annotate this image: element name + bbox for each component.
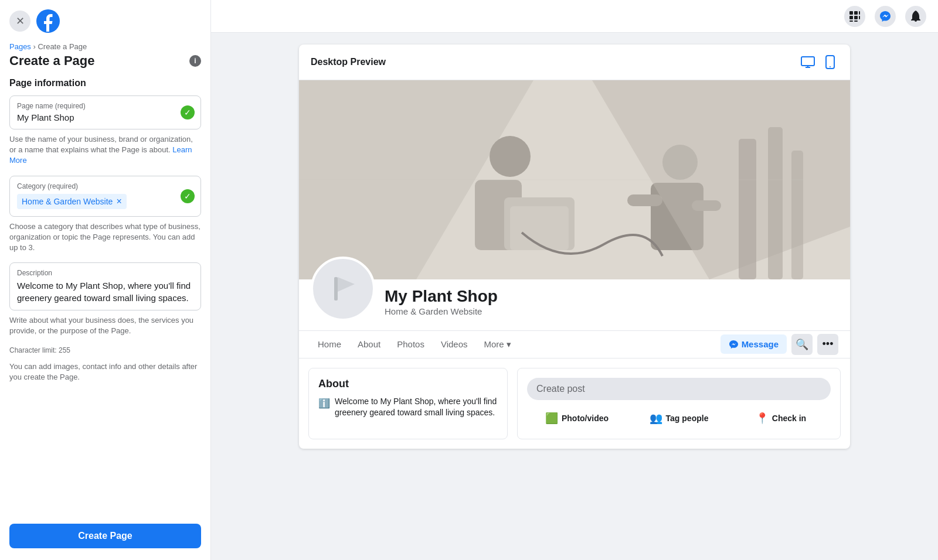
mobile-icon[interactable] [822, 54, 838, 70]
page-name-label: Page name (required) [17, 102, 193, 110]
description-helper: Write about what your business does, the… [9, 315, 201, 336]
breadcrumb-parent-link[interactable]: Pages [9, 42, 31, 51]
about-description: Welcome to My Plant Shop, where you'll f… [335, 396, 498, 419]
cover-illustration [299, 80, 850, 279]
category-label: Category (required) [17, 182, 193, 190]
breadcrumb-current: Create a Page [38, 42, 87, 51]
more-options-button[interactable]: ••• [817, 334, 838, 355]
svg-rect-8 [854, 21, 858, 22]
grid-icon[interactable] [844, 6, 865, 27]
nav-left: Home About Photos Videos More ▾ [311, 331, 518, 358]
svg-point-11 [830, 66, 831, 67]
page-name-input[interactable] [17, 112, 176, 122]
description-group: Description Welcome to My Plant Shop, wh… [9, 262, 201, 310]
category-group: Category (required) Home & Garden Websit… [9, 176, 201, 217]
tag-people-icon: 👥 [650, 412, 662, 425]
page-avatar [311, 257, 375, 321]
right-panel: Desktop Preview [211, 0, 938, 560]
svg-rect-24 [739, 139, 756, 279]
about-card: About ℹ️ Welcome to My Plant Shop, where… [308, 368, 508, 439]
svg-rect-5 [854, 16, 858, 19]
svg-rect-7 [849, 21, 853, 22]
form-content: Page information Page name (required) ✓ … [0, 78, 210, 524]
svg-rect-18 [510, 206, 569, 250]
svg-marker-29 [338, 277, 355, 292]
char-limit: Character limit: 255 [9, 346, 201, 354]
description-text[interactable]: Welcome to My Plant Shop, where you'll f… [17, 279, 193, 304]
svg-point-15 [490, 136, 531, 177]
svg-rect-4 [849, 16, 853, 19]
post-actions: 🟩 Photo/video 👥 Tag people 📍 Check in [527, 407, 831, 429]
check-in-button[interactable]: 📍 Check in [731, 407, 831, 429]
page-name-check-icon: ✓ [181, 105, 195, 119]
svg-rect-6 [859, 16, 860, 19]
svg-rect-9 [801, 57, 814, 66]
nav-item-photos[interactable]: Photos [390, 331, 431, 358]
preview-card: Desktop Preview [299, 45, 850, 449]
search-button[interactable]: 🔍 [791, 334, 813, 355]
page-nav: Home About Photos Videos More ▾ Message … [299, 331, 850, 358]
description-label: Description [17, 269, 193, 277]
tag-people-button[interactable]: 👥 Tag people [629, 407, 729, 429]
preview-title: Desktop Preview [311, 57, 386, 67]
nav-item-videos[interactable]: Videos [434, 331, 475, 358]
page-name-section: My Plant Shop Home & Garden Website [385, 279, 838, 321]
photo-video-icon: 🟩 [545, 412, 558, 425]
avatar-flag-icon [325, 271, 361, 306]
left-header: ✕ [0, 0, 210, 33]
page-body: About ℹ️ Welcome to My Plant Shop, where… [299, 358, 850, 449]
create-page-button[interactable]: Create Page [9, 524, 201, 548]
info-icon[interactable]: i [189, 55, 201, 67]
category-remove-icon[interactable]: × [116, 196, 121, 207]
messenger-small-icon [729, 340, 738, 349]
cover-image [299, 80, 850, 279]
create-post-button[interactable]: Create post [527, 378, 831, 400]
top-bar [211, 0, 938, 33]
preview-page-name: My Plant Shop [385, 286, 838, 306]
extra-info: You can add images, contact info and oth… [9, 361, 201, 383]
svg-rect-28 [334, 277, 338, 301]
page-info-section: My Plant Shop Home & Garden Website [299, 279, 850, 331]
svg-rect-25 [768, 127, 783, 279]
notification-bell-icon[interactable] [905, 6, 926, 27]
about-section-title: About [318, 378, 498, 390]
check-in-icon: 📍 [756, 412, 769, 425]
messenger-icon[interactable] [875, 6, 896, 27]
svg-rect-21 [627, 194, 662, 206]
preview-page-category: Home & Garden Website [385, 306, 838, 316]
breadcrumb: Pages › Create a Page [0, 33, 210, 51]
about-info-icon: ℹ️ [318, 397, 330, 410]
photo-video-button[interactable]: 🟩 Photo/video [527, 407, 627, 429]
nav-item-home[interactable]: Home [311, 331, 348, 358]
device-icons [800, 54, 838, 70]
page-name-helper: Use the name of your business, brand or … [9, 134, 201, 166]
close-button[interactable]: ✕ [9, 11, 30, 32]
page-name-group: Page name (required) ✓ [9, 95, 201, 129]
about-content: ℹ️ Welcome to My Plant Shop, where you'l… [318, 396, 498, 419]
category-tag: Home & Garden Website × [17, 194, 127, 209]
category-helper: Choose a category that describes what ty… [9, 221, 201, 254]
category-check-icon: ✓ [181, 189, 195, 203]
svg-rect-2 [854, 11, 858, 15]
message-button[interactable]: Message [721, 334, 787, 354]
facebook-logo [36, 9, 60, 33]
nav-right: Message 🔍 ••• [721, 334, 838, 355]
svg-rect-1 [849, 11, 853, 15]
svg-rect-3 [859, 11, 860, 15]
preview-container: Desktop Preview [211, 33, 938, 560]
post-card: Create post 🟩 Photo/video 👥 Tag people 📍 [517, 368, 841, 439]
desktop-icon[interactable] [800, 54, 816, 70]
preview-header: Desktop Preview [299, 45, 850, 80]
svg-rect-26 [791, 151, 803, 279]
page-title: Create a Page i [0, 51, 210, 78]
left-panel: ✕ Pages › Create a Page Create a Page i … [0, 0, 211, 560]
section-title: Page information [9, 78, 201, 88]
nav-item-more[interactable]: More ▾ [477, 331, 518, 358]
nav-item-about[interactable]: About [351, 331, 388, 358]
